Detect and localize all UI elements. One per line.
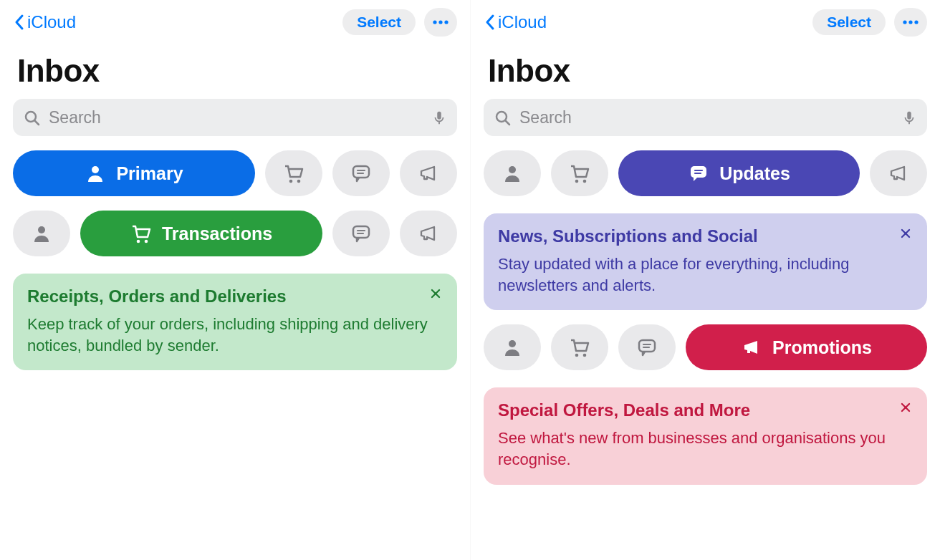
megaphone-icon [888,163,909,184]
search-field[interactable] [484,99,927,136]
close-icon [900,226,911,241]
tab-transactions[interactable] [551,324,608,370]
banner-close-button[interactable] [896,223,916,243]
select-button[interactable]: Select [812,9,886,35]
tab-transactions[interactable] [551,150,608,196]
tab-promotions[interactable] [870,150,927,196]
tab-primary[interactable] [13,211,70,256]
back-label: iCloud [27,12,76,32]
chat-icon [350,163,372,184]
banner-body: See what's new from businesses and organ… [498,428,913,470]
tab-updates[interactable]: Updates [618,150,860,196]
tab-label: Transactions [162,223,272,244]
person-icon [85,163,106,184]
select-button[interactable]: Select [342,9,416,35]
chat-icon [350,223,372,244]
cart-icon [130,223,152,244]
banner-title: News, Subscriptions and Social [498,226,884,246]
cart-icon [569,337,590,358]
back-label: iCloud [498,12,547,32]
search-icon [23,109,40,126]
person-icon [502,337,523,358]
tab-promotions[interactable]: Promotions [686,324,927,370]
nav-bar: iCloud Select [484,4,927,40]
close-icon [430,286,441,301]
search-input[interactable] [47,107,424,128]
nav-bar: iCloud Select [13,4,457,40]
person-icon [31,223,52,244]
megaphone-icon [741,337,762,358]
more-icon [433,20,449,24]
banner-close-button[interactable] [896,397,916,417]
chevron-left-icon [484,12,497,32]
cart-icon [569,163,590,184]
tab-primary[interactable]: Primary [13,150,255,196]
tab-updates[interactable] [332,211,390,256]
search-field[interactable] [13,99,457,136]
tab-primary[interactable] [484,324,541,370]
banner-close-button[interactable] [426,284,446,304]
close-icon [900,400,911,415]
banner-title: Special Offers, Deals and More [498,400,884,420]
chevron-left-icon [13,12,26,32]
banner-transactions: Receipts, Orders and Deliveries Keep tra… [13,274,457,370]
category-row-updates: Updates [484,150,927,196]
more-button[interactable] [424,8,457,37]
mic-icon[interactable] [901,109,917,126]
tab-promotions[interactable] [400,211,457,256]
tab-label: Primary [116,163,183,184]
back-button[interactable]: iCloud [484,12,547,32]
tab-primary[interactable] [484,150,541,196]
mic-icon[interactable] [431,109,447,126]
search-icon [494,109,511,126]
page-title: Inbox [17,53,457,89]
more-icon [903,20,919,24]
chat-icon [636,337,658,358]
tab-updates[interactable] [332,150,390,196]
tab-promotions[interactable] [400,150,457,196]
banner-body: Keep track of your orders, including shi… [27,314,443,356]
tab-transactions[interactable] [265,150,322,196]
search-input[interactable] [518,107,894,128]
tab-updates[interactable] [618,324,676,370]
chat-icon [688,163,709,184]
megaphone-icon [418,163,439,184]
mail-pane-left: iCloud Select Inbox Primary Transactions [0,0,470,560]
more-button[interactable] [894,8,927,37]
cart-icon [283,163,304,184]
banner-title: Receipts, Orders and Deliveries [27,286,414,306]
megaphone-icon [418,223,439,244]
category-row-promotions: Promotions [484,324,927,370]
tab-label: Updates [719,163,790,184]
page-title: Inbox [488,53,927,89]
person-icon [502,163,523,184]
back-button[interactable]: iCloud [13,12,76,32]
category-row-primary: Primary [13,150,457,196]
banner-body: Stay updated with a place for everything… [498,254,913,296]
banner-updates: News, Subscriptions and Social Stay upda… [484,213,927,310]
tab-transactions[interactable]: Transactions [80,211,322,256]
banner-promotions: Special Offers, Deals and More See what'… [484,387,927,484]
tab-label: Promotions [772,337,872,358]
mail-pane-right: iCloud Select Inbox Updates News, Subscr… [470,0,940,560]
category-row-transactions: Transactions [13,211,457,256]
